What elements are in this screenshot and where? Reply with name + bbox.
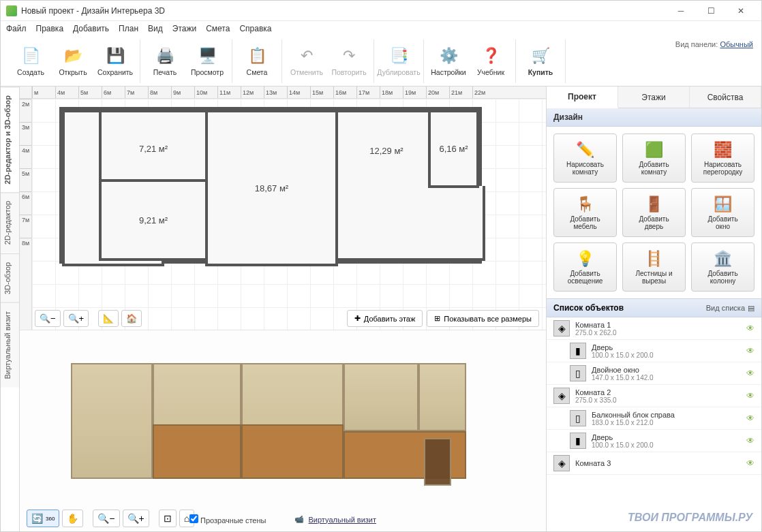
save-button[interactable]: 💾Сохранить <box>95 41 136 82</box>
object-list-item[interactable]: ▮ Дверь 100.0 x 15.0 x 200.0 👁 <box>547 340 761 362</box>
object-list-item[interactable]: ◈ Комната 2 275.0 x 335.0 👁 <box>547 385 761 407</box>
plan-canvas[interactable]: 7,21 м² 9,21 м² 18,67 м² 12,29 м² 6,16 м… <box>32 99 546 330</box>
ruler-tick: 6м <box>102 87 125 98</box>
room-6[interactable]: 6,16 м² <box>428 110 479 188</box>
ruler-tick: 18м <box>380 87 403 98</box>
menu-estimate[interactable]: Смета <box>206 24 230 33</box>
minimize-button[interactable]: ─ <box>666 1 696 20</box>
tab-floors[interactable]: Этажи <box>618 87 690 108</box>
object-thumb-icon: ◈ <box>553 455 570 471</box>
visibility-eye-icon[interactable]: 👁 <box>746 458 755 468</box>
3d-viewer[interactable]: 🔄360 ✋ 🔍− 🔍+ ⊡ ⌂ Прозрачные стены 📹 Вирт… <box>20 330 546 531</box>
stairs-cutouts-button[interactable]: 🪜Лестницы ивырезы <box>622 242 686 292</box>
object-list-item[interactable]: ▮ Дверь 100.0 x 15.0 x 200.0 👁 <box>547 430 761 452</box>
object-thumb-icon: ▯ <box>570 365 586 381</box>
draw-partition-button[interactable]: 🧱Нарисоватьперегородку <box>691 134 755 183</box>
side-tab-2d[interactable]: 2D-редактор <box>1 192 19 253</box>
tutorial-button[interactable]: ❓Учебник <box>470 41 511 82</box>
object-list-item[interactable]: ◈ Комната 1 275.0 x 262.0 👁 <box>547 317 761 340</box>
object-list-item[interactable]: ▯ Балконный блок справа 183.0 x 15.0 x 2… <box>547 407 761 430</box>
create-button[interactable]: 📄Создать <box>10 41 51 82</box>
menu-plan[interactable]: План <box>119 24 138 33</box>
chair-icon: 🪑 <box>576 195 594 213</box>
preview-button[interactable]: 🖥️Просмотр <box>187 41 228 82</box>
menu-file[interactable]: Файл <box>6 24 27 33</box>
add-room-button[interactable]: 🟩Добавитькомнату <box>622 134 686 183</box>
panel-mode-link[interactable]: Обычный <box>720 40 753 48</box>
floorplan[interactable]: 7,21 м² 9,21 м² 18,67 м² 12,29 м² 6,16 м… <box>59 107 482 264</box>
tab-project[interactable]: Проект <box>547 87 618 108</box>
object-dimensions: 100.0 x 15.0 x 200.0 <box>592 351 741 359</box>
menu-floors[interactable]: Этажи <box>172 24 196 33</box>
duplicate-button[interactable]: 📑Дублировать <box>378 41 419 82</box>
room-4[interactable]: 18,67 м² <box>205 110 338 266</box>
print-button[interactable]: 🖨️Печать <box>144 41 185 82</box>
viewer-zoom-in-button[interactable]: 🔍+ <box>123 510 149 527</box>
zoom-in-button[interactable]: 🔍+ <box>63 310 89 327</box>
tab-properties[interactable]: Свойства <box>690 87 761 108</box>
room-corridor[interactable] <box>335 186 485 261</box>
visibility-eye-icon[interactable]: 👁 <box>746 324 755 333</box>
ruler-tick: 2м <box>20 99 31 122</box>
rotate-360-button[interactable]: 🔄360 <box>27 510 59 527</box>
notepad-icon: 📋 <box>247 46 267 66</box>
add-furniture-button[interactable]: 🪑Добавитьмебель <box>553 188 617 237</box>
object-list-item[interactable]: ◈ Комната 3 👁 <box>547 452 761 475</box>
align-button[interactable]: ⊡ <box>159 510 177 527</box>
settings-button[interactable]: ⚙️Настройки <box>428 41 469 82</box>
view-list-label: Вид списка <box>706 304 745 312</box>
room-5[interactable]: 12,29 м² <box>335 110 438 191</box>
viewer-zoom-out-button[interactable]: 🔍− <box>93 510 119 527</box>
add-floor-button[interactable]: ✚Добавить этаж <box>347 310 423 327</box>
redo-button[interactable]: ↷Повторить <box>329 41 369 82</box>
show-dimensions-button[interactable]: ⊞Показывать все размеры <box>427 310 539 327</box>
draw-room-button[interactable]: ✏️Нарисоватькомнату <box>553 134 617 183</box>
home-button[interactable]: 🏠 <box>121 310 142 327</box>
duplicate-icon: 📑 <box>388 46 409 66</box>
view-list-button[interactable]: ▤ <box>748 304 755 313</box>
visibility-eye-icon[interactable]: 👁 <box>746 369 755 378</box>
visibility-eye-icon[interactable]: 👁 <box>746 346 755 356</box>
visibility-eye-icon[interactable]: 👁 <box>746 436 755 445</box>
object-dimensions: 183.0 x 15.0 x 212.0 <box>592 419 741 426</box>
add-lighting-button[interactable]: 💡Добавитьосвещение <box>553 242 617 292</box>
visibility-eye-icon[interactable]: 👁 <box>746 413 755 423</box>
estimate-button[interactable]: 📋Смета <box>237 41 277 82</box>
open-button[interactable]: 📂Открыть <box>52 41 93 82</box>
add-door-button[interactable]: 🚪Добавитьдверь <box>622 188 686 237</box>
measure-button[interactable]: 📐 <box>98 310 119 327</box>
menu-add[interactable]: Добавить <box>73 24 109 33</box>
ruler-tick: 4м <box>55 87 78 98</box>
room-2[interactable]: 7,21 м² <box>99 110 208 188</box>
transparent-walls-checkbox[interactable]: Прозрачные стены <box>189 514 266 525</box>
ruler-tick: 10м <box>194 87 217 98</box>
ruler-tick: 17м <box>356 87 380 98</box>
close-button[interactable]: ✕ <box>726 1 756 20</box>
file-new-icon: 📄 <box>20 46 41 66</box>
object-dimensions: 147.0 x 15.0 x 142.0 <box>592 374 741 381</box>
menu-view[interactable]: Вид <box>148 24 163 33</box>
pan-button[interactable]: ✋ <box>62 510 83 527</box>
add-window-button[interactable]: 🪟Добавитьокно <box>691 188 755 237</box>
zoom-out-button[interactable]: 🔍− <box>35 310 61 327</box>
window-icon: 🪟 <box>714 195 732 213</box>
object-list-item[interactable]: ▯ Двойное окно 147.0 x 15.0 x 142.0 👁 <box>547 362 761 385</box>
buy-button[interactable]: 🛒Купить <box>520 41 561 82</box>
add-column-button[interactable]: 🏛️Добавитьколонну <box>691 242 755 292</box>
redo-icon: ↷ <box>339 46 359 66</box>
visibility-eye-icon[interactable]: 👁 <box>746 391 755 401</box>
folder-open-icon: 📂 <box>63 46 83 66</box>
gear-icon: ⚙️ <box>438 46 459 66</box>
menu-edit[interactable]: Правка <box>36 24 64 33</box>
room-3[interactable]: 9,21 м² <box>99 179 208 261</box>
menu-help[interactable]: Справка <box>239 24 271 33</box>
side-tab-vr[interactable]: Виртуальный визит <box>1 302 19 388</box>
side-tab-2d-3d[interactable]: 2D-редактор и 3D-обзор <box>1 87 19 192</box>
virtual-visit-link[interactable]: Виртуальный визит <box>308 516 376 524</box>
maximize-button[interactable]: ☐ <box>696 1 726 20</box>
object-dimensions: 275.0 x 262.0 <box>575 329 741 337</box>
undo-button[interactable]: ↶Отменить <box>286 41 327 82</box>
ruler-tick: 4м <box>20 145 31 168</box>
side-tab-3d[interactable]: 3D-обзор <box>1 253 19 302</box>
save-icon: 💾 <box>105 46 125 66</box>
